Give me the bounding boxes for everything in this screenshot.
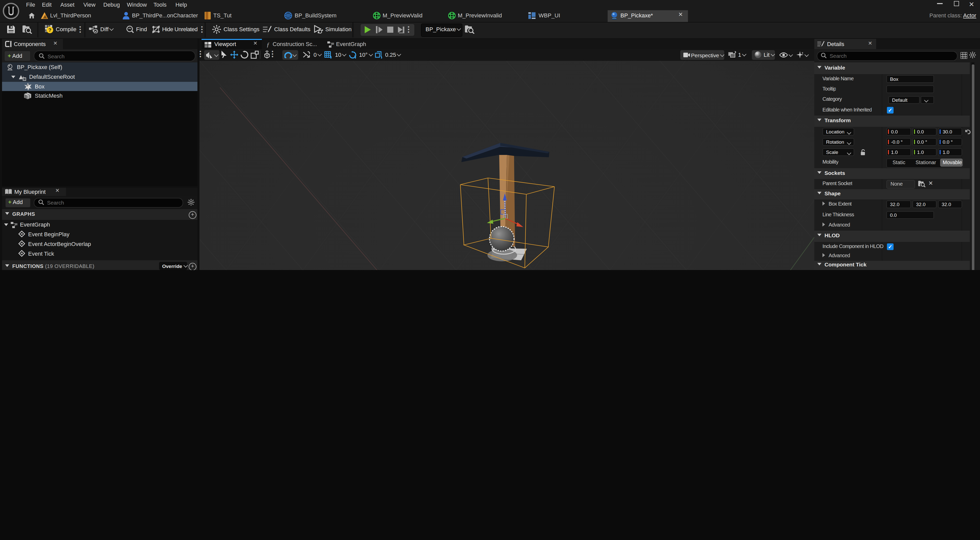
svg-text:C: C — [24, 78, 25, 81]
svg-text:?: ? — [48, 27, 51, 33]
